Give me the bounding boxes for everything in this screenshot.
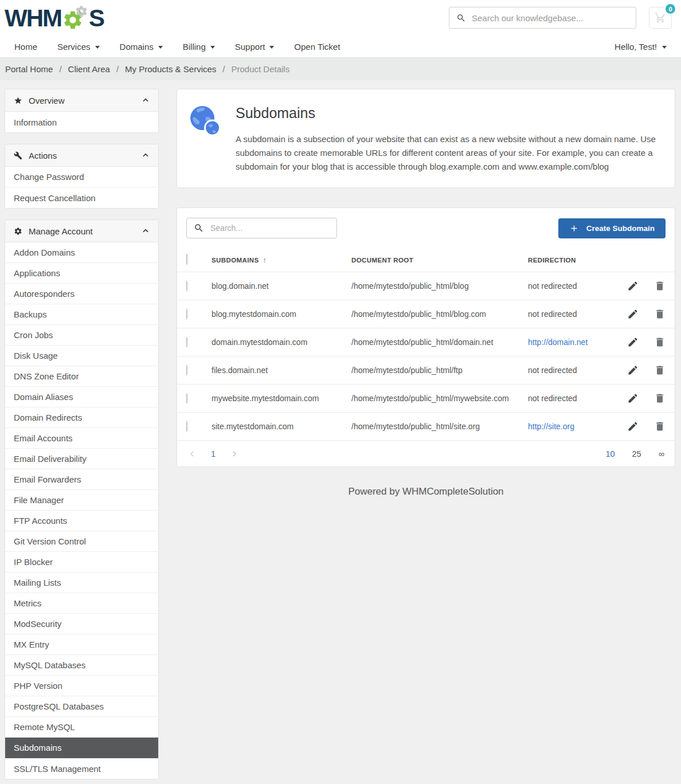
row-checkbox[interactable] (186, 281, 187, 291)
trash-icon (654, 336, 666, 348)
sidebar-item-email-accounts[interactable]: Email Accounts (5, 428, 158, 449)
sidebar-item-remote-mysql[interactable]: Remote MySQL (5, 717, 158, 738)
nav-item-label: Home (14, 42, 37, 52)
page-description: A subdomain is a subsection of your webs… (236, 132, 661, 174)
sidebar-item-request-cancellation[interactable]: Request Cancellation (5, 187, 158, 208)
sidebar-item-information[interactable]: Information (5, 112, 158, 132)
sidebar-item-backups[interactable]: Backups (5, 304, 158, 325)
sidebar-item-postgresql-databases[interactable]: PostgreSQL Databases (5, 696, 158, 717)
sidebar-item-modsecurity[interactable]: ModSecurity (5, 614, 158, 634)
sidebar-item-applications[interactable]: Applications (5, 263, 158, 284)
delete-subdomain-button[interactable] (654, 308, 666, 320)
sort-asc-icon[interactable]: ↑ (263, 256, 267, 264)
row-checkbox[interactable] (186, 337, 187, 347)
sidebar-item-addon-domains[interactable]: Addon Domains (5, 242, 158, 263)
page-size-10[interactable]: 10 (605, 449, 615, 458)
nav-item-label: Services (57, 42, 91, 52)
whmcs-logo[interactable]: WHM S (5, 3, 104, 32)
sidebar-item-cron-jobs[interactable]: Cron Jobs (5, 325, 158, 346)
sidebar-item-mx-entry[interactable]: MX Entry (5, 634, 158, 655)
row-checkbox[interactable] (186, 393, 187, 403)
row-checkbox[interactable] (186, 365, 187, 375)
sidebar-item-ftp-accounts[interactable]: FTP Accounts (5, 511, 158, 531)
pencil-icon (627, 280, 639, 292)
delete-subdomain-button[interactable] (654, 421, 666, 432)
sidebar-item-email-forwarders[interactable]: Email Forwarders (5, 469, 158, 490)
edit-subdomain-button[interactable] (627, 280, 639, 292)
delete-subdomain-button[interactable] (654, 280, 666, 292)
edit-subdomain-button[interactable] (627, 421, 639, 432)
sidebar-item-mysql-databases[interactable]: MySQL Databases (5, 655, 158, 676)
column-header-redirection[interactable]: REDIRECTION (528, 257, 576, 264)
row-checkbox[interactable] (186, 421, 187, 432)
gear-gray-icon (75, 5, 88, 18)
nav-item-domains[interactable]: Domains (120, 42, 163, 52)
select-all-checkbox[interactable] (186, 254, 187, 265)
knowledgebase-search-input[interactable] (472, 13, 629, 23)
breadcrumb-link-my-products-services[interactable]: My Products & Services (125, 64, 216, 74)
redirection-value[interactable]: http://domain.net (528, 338, 588, 347)
sidebar-item-domain-redirects[interactable]: Domain Redirects (5, 407, 158, 428)
redirection-cell: not redirected (528, 366, 608, 375)
breadcrumb-current: Product Details (231, 64, 289, 74)
logo-text-s: S (89, 5, 104, 32)
sidebar-item-ssl-tls-management[interactable]: SSL/TLS Management (5, 758, 158, 779)
sidebar-item-metrics[interactable]: Metrics (5, 593, 158, 614)
column-header-subdomains[interactable]: SUBDOMAINS (212, 257, 259, 264)
search-icon (194, 223, 204, 233)
nav-item-services[interactable]: Services (57, 42, 100, 52)
sidebar-item-git-version-control[interactable]: Git Version Control (5, 531, 158, 552)
pagination-prev-button[interactable] (187, 449, 197, 458)
edit-subdomain-button[interactable] (627, 364, 639, 376)
sidebar-item-php-version[interactable]: PHP Version (5, 676, 158, 696)
table-search-input[interactable] (210, 224, 330, 233)
edit-subdomain-button[interactable] (627, 308, 639, 320)
pagination-page-1[interactable]: 1 (211, 449, 216, 458)
nav-item-billing[interactable]: Billing (183, 42, 215, 52)
sidebar-item-disk-usage[interactable]: Disk Usage (5, 346, 158, 366)
delete-subdomain-button[interactable] (654, 336, 666, 348)
row-checkbox[interactable] (186, 309, 187, 319)
nav-item-open-ticket[interactable]: Open Ticket (294, 42, 340, 52)
create-subdomain-button[interactable]: Create Subdomain (558, 218, 666, 238)
sidebar-item-ip-blocker[interactable]: IP Blocker (5, 552, 158, 573)
sidebar-panel-items: Change PasswordRequest Cancellation (5, 167, 158, 208)
delete-subdomain-button[interactable] (654, 364, 666, 376)
sidebar-panel-header-overview[interactable]: Overview (5, 89, 158, 112)
cart-button[interactable]: 0 (649, 7, 672, 29)
document-root-cell: /home/mytestdo/public_html/blog (351, 281, 528, 291)
page-size-25[interactable]: 25 (632, 449, 641, 458)
pagination-next-button[interactable] (230, 449, 239, 458)
sidebar-item-email-deliverability[interactable]: Email Deliverability (5, 449, 158, 469)
sidebar-item-autoresponders[interactable]: Autoresponders (5, 284, 158, 304)
plus-icon (569, 224, 579, 233)
chevron-right-icon (230, 449, 239, 458)
nav-item-support[interactable]: Support (235, 42, 275, 52)
sidebar-item-file-manager[interactable]: File Manager (5, 490, 158, 511)
page-size-all[interactable]: ∞ (659, 449, 664, 458)
trash-icon (654, 364, 666, 376)
edit-subdomain-button[interactable] (627, 336, 639, 348)
logo-text-whm: WHM (5, 5, 61, 32)
sidebar-item-subdomains[interactable]: Subdomains (5, 738, 158, 758)
delete-subdomain-button[interactable] (654, 393, 666, 404)
sidebar-panel-header-actions[interactable]: Actions (5, 144, 158, 167)
sidebar-item-domain-aliases[interactable]: Domain Aliases (5, 387, 158, 407)
sidebar-item-mailing-lists[interactable]: Mailing Lists (5, 573, 158, 593)
subdomain-cell: files.domain.net (212, 366, 351, 375)
nav-item-label: Domains (120, 42, 154, 52)
breadcrumb-link-client-area[interactable]: Client Area (68, 64, 110, 74)
column-header-document-root[interactable]: DOCUMENT ROOT (351, 257, 413, 264)
top-header: WHM S 0 (0, 0, 681, 36)
user-menu[interactable]: Hello, Test! (615, 42, 667, 52)
breadcrumb-link-portal-home[interactable]: Portal Home (5, 64, 53, 74)
redirection-value[interactable]: http://site.org (528, 422, 574, 431)
edit-subdomain-button[interactable] (627, 393, 639, 404)
nav-item-home[interactable]: Home (14, 42, 37, 52)
breadcrumb-separator: / (59, 64, 61, 74)
sidebar-item-change-password[interactable]: Change Password (5, 167, 158, 187)
pencil-icon (627, 308, 639, 320)
sidebar-item-dns-zone-editor[interactable]: DNS Zone Editor (5, 366, 158, 387)
chevron-up-icon (142, 227, 150, 235)
sidebar-panel-header-manage-account[interactable]: Manage Account (5, 220, 158, 242)
